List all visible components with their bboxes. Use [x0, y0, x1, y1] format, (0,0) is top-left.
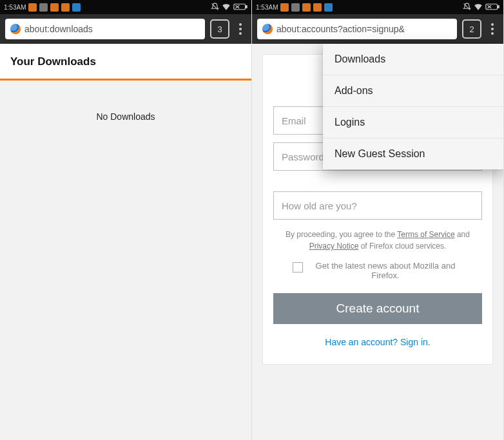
tray-icon: [72, 3, 81, 12]
url-bar[interactable]: about:accounts?action=signup&: [257, 19, 457, 39]
tabs-button[interactable]: 3: [210, 19, 229, 39]
status-bar: 1:53AM: [252, 0, 503, 14]
url-text: about:downloads: [24, 24, 93, 34]
create-account-button[interactable]: Create account: [273, 293, 482, 324]
battery-icon: [485, 3, 499, 12]
firefox-icon: [10, 24, 21, 34]
page-title: Your Downloads: [0, 44, 251, 81]
tos-link[interactable]: Terms of Service: [397, 230, 454, 239]
menu-item-addons[interactable]: Add-ons: [323, 75, 503, 107]
newsletter-checkbox[interactable]: [293, 262, 303, 273]
tray-icon: [280, 3, 289, 12]
screenshot-right: 1:53AM about:accounts?action=signup& 2: [252, 0, 504, 440]
battery-icon: [233, 3, 247, 12]
tray-icon: [61, 3, 70, 12]
menu-item-guest[interactable]: New Guest Session: [323, 139, 503, 169]
menu-item-logins[interactable]: Logins: [323, 107, 503, 139]
menu-item-downloads[interactable]: Downloads: [323, 44, 503, 75]
placeholder: How old are you?: [282, 200, 357, 211]
legal-text: By proceeding, you agree to the Terms of…: [273, 229, 482, 252]
placeholder: Password: [282, 151, 324, 162]
tray-icon: [302, 3, 311, 12]
wifi-icon: [222, 3, 231, 12]
alarm-off-icon: [211, 3, 219, 12]
svg-rect-0: [234, 4, 246, 9]
status-time: 1:53AM: [256, 4, 278, 11]
status-time: 1:53AM: [4, 4, 26, 11]
browser-chrome: about:accounts?action=signup& 2: [252, 14, 503, 44]
newsletter-label: Get the latest news about Mozilla and Fi…: [308, 261, 463, 280]
firefox-icon: [262, 24, 273, 34]
screenshot-left: 1:53AM about:downloads 3: [0, 0, 252, 440]
tabs-button[interactable]: 2: [462, 19, 481, 39]
svg-rect-1: [246, 5, 247, 7]
signin-link[interactable]: Have an account? Sign in.: [273, 337, 482, 347]
tray-icon: [39, 3, 48, 12]
placeholder: Email: [282, 115, 306, 126]
overflow-menu: Downloads Add-ons Logins New Guest Sessi…: [323, 44, 503, 169]
status-bar: 1:53AM: [0, 0, 251, 14]
menu-button[interactable]: [235, 21, 246, 37]
url-bar[interactable]: about:downloads: [5, 19, 205, 39]
wifi-icon: [474, 3, 483, 12]
tray-icon: [28, 3, 37, 12]
newsletter-row[interactable]: Get the latest news about Mozilla and Fi…: [273, 261, 482, 280]
downloads-page: Your Downloads No Downloads: [0, 44, 251, 440]
empty-state: No Downloads: [0, 81, 251, 122]
menu-button[interactable]: [487, 21, 498, 37]
tray-icon: [324, 3, 333, 12]
svg-rect-2: [486, 4, 498, 9]
browser-chrome: about:downloads 3: [0, 14, 251, 44]
tray-icon: [313, 3, 322, 12]
url-text: about:accounts?action=signup&: [276, 24, 405, 34]
alarm-off-icon: [463, 3, 471, 12]
tray-icon: [291, 3, 300, 12]
privacy-link[interactable]: Privacy Notice: [309, 242, 359, 251]
age-field[interactable]: How old are you?: [273, 191, 482, 220]
tray-icon: [50, 3, 59, 12]
svg-rect-3: [498, 5, 499, 7]
